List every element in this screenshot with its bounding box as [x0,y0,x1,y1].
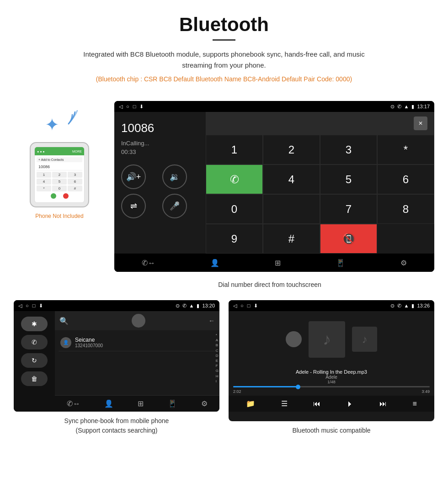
music-wifi-icon: ▲ [404,303,409,308]
nav-contacts-icon[interactable]: 👤 [210,259,219,267]
pb-nav-dialpad[interactable]: ⊞ [138,399,144,408]
phone-call-button[interactable] [51,193,56,199]
bottom-section: ◁ ○ □ ⬇ ⊙ ✆ ▲ ▮ 13:20 ✱ [0,296,448,445]
kp-key-end[interactable]: 📵 [320,224,377,254]
page-description: Integrated with BC8 Bluetooth module, su… [69,49,379,71]
music-albums-group: ♪ ♪ [286,321,377,358]
phone-not-included-label: Phone Not Included [35,213,83,219]
pb-bluetooth-icon: ✱ [32,320,37,328]
music-status-bar: ◁ ○ □ ⬇ ⊙ ✆ ▲ ▮ 13:26 [229,300,434,311]
music-album-art-sm: ♪ [352,327,377,352]
volume-down-button[interactable]: 🔉 [162,164,187,189]
music-dl-icon: ⬇ [254,303,258,309]
phone-contact-row: + Add to Contacts [37,157,82,162]
pb-phone-icon: ✆ [32,339,37,346]
home-nav-icon: ○ [126,104,129,109]
mic-button[interactable]: 🎤 [162,194,187,218]
phone-key-star[interactable]: * [37,185,51,191]
pb-nav-settings[interactable]: ⚙ [201,399,208,408]
music-progress-dot [296,385,300,389]
kp-key-3[interactable]: 3 [320,135,377,164]
pb-call-btn[interactable]: ✆ [21,335,48,349]
music-progress-bar[interactable] [233,386,430,387]
phone-key-hash[interactable]: # [68,185,82,191]
transfer-button[interactable]: ⇌ [121,194,146,218]
pb-status-right: ⊙ ✆ ▲ ▮ 13:20 [176,303,215,309]
music-play-btn[interactable]: ⏵ [347,400,354,408]
music-prev-btn[interactable]: ⏮ [313,400,320,408]
dial-bottom-nav: ✆↔ 👤 ⊞ 📱 ⚙ [114,254,434,272]
pb-nav-call[interactable]: ✆↔ [67,399,80,408]
nav-call-icon[interactable]: ✆↔ [142,259,155,267]
music-status-time: 13:26 [417,303,430,308]
pb-search-bar: 🔍 ← [55,311,219,330]
kp-key-2[interactable]: 2 [263,135,320,164]
pb-bluetooth-btn[interactable]: ✱ [21,317,48,331]
dial-area: 10086 InCalling... 00:33 🔊+ 🔉 ⇌ 🎤 ✕ 1 2 [114,112,434,254]
kp-key-8[interactable]: 8 [377,194,434,224]
pb-nav-contacts[interactable]: 👤 [104,399,113,408]
pb-delete-btn[interactable]: 🗑 [21,371,48,386]
phone-number-display: 10086 [37,164,82,170]
kp-key-4[interactable]: 4 [263,164,320,194]
music-call-icon: ✆ [397,303,401,309]
kp-key-7[interactable]: 7 [320,194,377,224]
pb-back-icon: ◁ [18,303,22,309]
phone-key-0[interactable]: 0 [52,185,67,191]
pb-contact-name: Seicane [75,337,103,343]
kp-key-1[interactable]: 1 [206,135,263,164]
kp-key-9[interactable]: 9 [206,224,263,254]
phone-key-6[interactable]: 6 [68,179,82,185]
music-list-btn[interactable]: ☰ [281,399,288,408]
phone-key-2[interactable]: 2 [52,172,67,178]
pb-recents-icon: □ [32,303,36,308]
kp-key-0[interactable]: 0 [206,194,263,224]
pb-contact-number: 13241007000 [75,343,103,348]
kp-key-star[interactable]: * [377,135,434,164]
kp-key-6[interactable]: 6 [377,164,434,194]
music-progress-fill [233,386,298,387]
music-next-btn[interactable]: ⏭ [379,400,387,408]
status-time: 13:17 [417,104,430,109]
pb-refresh-btn[interactable]: ↻ [21,353,48,368]
music-caption: Bluetooth music compatible [229,426,434,435]
music-eq-btn[interactable]: ≡ [412,400,416,408]
music-folder-btn[interactable]: 📁 [246,399,255,408]
music-home-icon: ○ [240,303,244,308]
pb-contact-item[interactable]: 👤 Seicane 13241007000 [59,334,216,351]
pb-back-arrow[interactable]: ← [208,317,215,324]
music-track-count: 1/48 [233,380,430,384]
kp-key-5[interactable]: 5 [320,164,377,194]
nav-device-icon[interactable]: 📱 [336,259,345,267]
phone-bottom-buttons [37,191,82,201]
phonebook-card: ◁ ○ □ ⬇ ⊙ ✆ ▲ ▮ 13:20 ✱ [14,300,219,435]
download-icon: ⬇ [139,104,144,110]
phone-key-3[interactable]: 3 [68,172,82,178]
delete-button[interactable]: ✕ [414,116,427,130]
phone-keypad: 1 2 3 4 5 6 * 0 # [37,172,82,191]
music-back-icon: ◁ [233,303,237,309]
music-time-current: 2:02 [233,389,241,394]
music-note-icon-sm: ♪ [362,333,368,346]
pb-home-icon: ○ [26,303,29,308]
kp-key-space [263,194,320,224]
pb-bottom-nav: ✆↔ 👤 ⊞ 📱 ⚙ [55,395,219,412]
phone-key-4[interactable]: 4 [37,179,51,185]
pb-alpha-list: * A B C D E F G H I [216,333,219,384]
pb-status-left: ◁ ○ □ ⬇ [18,303,43,309]
search-icon[interactable]: 🔍 [59,317,69,325]
nav-dialpad-icon[interactable]: ⊞ [275,259,281,267]
phone-end-button[interactable] [63,193,69,199]
back-nav-icon: ◁ [119,104,123,110]
phone-key-5[interactable]: 5 [52,179,67,185]
music-artist: Adele [233,375,430,380]
kp-key-call[interactable]: ✆ [206,164,263,194]
music-times: 2:02 3:49 [233,389,430,394]
pb-search-left: 🔍 [59,317,69,325]
dial-status-bar: ◁ ○ □ ⬇ ⊙ ✆ ▲ ▮ 13:17 [114,101,434,112]
volume-up-button[interactable]: 🔊+ [121,164,146,189]
phone-key-1[interactable]: 1 [37,172,51,178]
kp-key-hash[interactable]: # [263,224,320,254]
nav-settings-icon[interactable]: ⚙ [400,259,407,267]
pb-nav-device[interactable]: 📱 [168,399,177,408]
